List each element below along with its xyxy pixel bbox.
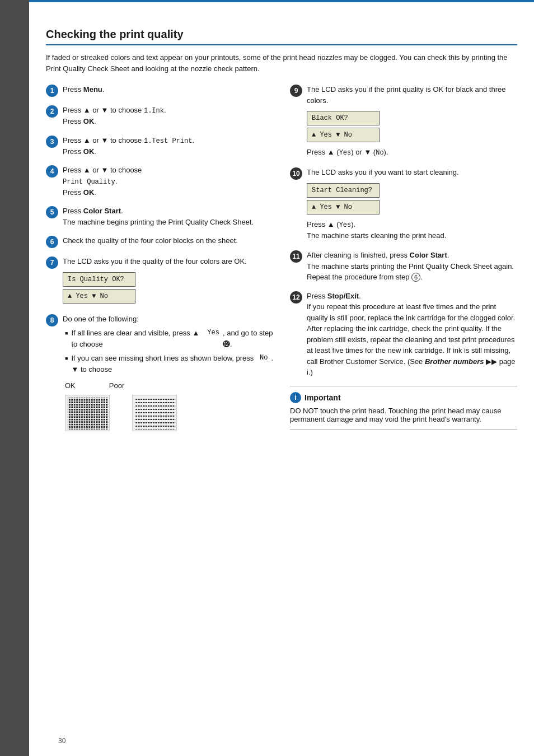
step-num-6: 6 xyxy=(46,236,58,248)
step-1-body: Press Menu. xyxy=(63,84,273,95)
page-layout: Checking the print quality If faded or s… xyxy=(46,28,517,439)
lcd-buttons-7: ▲ Yes ▼ No xyxy=(63,289,135,304)
step-num-12: 12 xyxy=(290,291,302,304)
press-line-9: Press ▲ (Yes) or ▼ (No). xyxy=(307,147,517,158)
step-6-body: Check the quality of the four color bloc… xyxy=(63,235,273,246)
step-num-3: 3 xyxy=(46,136,58,148)
step-7: 7 The LCD asks you if the quality of the… xyxy=(46,256,273,306)
svg-rect-1 xyxy=(68,398,108,430)
step-num-8: 8 xyxy=(46,314,58,326)
step-7-body: The LCD asks you if the quality of the f… xyxy=(63,256,273,306)
step-5: 5 Press Color Start. The machine begins … xyxy=(46,206,273,227)
step-num-7: 7 xyxy=(46,256,58,269)
main-content: Checking the print quality If faded or s… xyxy=(29,0,534,756)
left-sidebar xyxy=(0,0,29,756)
step-11: 11 After cleaning is finished, press Col… xyxy=(290,250,517,283)
intro-text: If faded or streaked colors and text app… xyxy=(46,52,517,74)
important-label: Important xyxy=(305,393,341,402)
right-column: 9 The LCD asks you if the print quality … xyxy=(290,84,517,439)
important-box: i Important DO NOT touch the print head.… xyxy=(290,386,517,430)
step-4-body: Press ▲ or ▼ to choose Print Quality. Pr… xyxy=(63,165,273,198)
step-num-1: 1 xyxy=(46,85,58,97)
left-column: 1 Press Menu. 2 Press ▲ or ▼ to choose 1… xyxy=(46,84,273,439)
step-num-4: 4 xyxy=(46,165,58,178)
step-8: 8 Do one of the following: If all lines … xyxy=(46,314,273,431)
step-3-body: Press ▲ or ▼ to choose 1.Test Print. Pre… xyxy=(63,135,273,157)
step-num-9: 9 xyxy=(290,85,302,97)
important-text: DO NOT touch the print head. Touching th… xyxy=(290,407,517,423)
step-1: 1 Press Menu. xyxy=(46,84,273,97)
step-12: 12 Press Stop/Exit. If you repeat this p… xyxy=(290,291,517,378)
lcd-screen-9: Black OK? xyxy=(307,111,380,125)
ok-pattern xyxy=(65,395,110,431)
step-11-body: After cleaning is finished, press Color … xyxy=(307,250,517,283)
ok-poor-section: OK Poor xyxy=(63,380,273,431)
step-6: 6 Check the quality of the four color bl… xyxy=(46,235,273,248)
step-9-body: The LCD asks you if the print quality is… xyxy=(307,84,517,159)
step-3: 3 Press ▲ or ▼ to choose 1.Test Print. P… xyxy=(46,135,273,157)
step-12-body: Press Stop/Exit. If you repeat this proc… xyxy=(307,291,517,378)
step-num-10: 10 xyxy=(290,167,302,180)
lcd-screen-7: Is Quality OK? xyxy=(63,272,135,287)
step-10-body: The LCD asks you if you want to start cl… xyxy=(307,167,517,242)
step-num-2: 2 xyxy=(46,105,58,118)
step-5-body: Press Color Start. The machine begins pr… xyxy=(63,206,273,227)
step-8-body: Do one of the following: If all lines ar… xyxy=(63,314,273,431)
step-10: 10 The LCD asks you if you want to start… xyxy=(290,167,517,242)
pattern-images xyxy=(65,395,273,431)
important-title: i Important xyxy=(290,392,517,403)
page-title: Checking the print quality xyxy=(46,28,517,45)
step-2-body: Press ▲ or ▼ to choose 1.Ink. Press OK. xyxy=(63,105,273,127)
ok-label: OK xyxy=(65,380,76,391)
step-2: 2 Press ▲ or ▼ to choose 1.Ink. Press OK… xyxy=(46,105,273,127)
poor-pattern xyxy=(132,395,177,431)
svg-rect-3 xyxy=(135,398,175,430)
poor-label: Poor xyxy=(109,380,124,391)
step-4: 4 Press ▲ or ▼ to choose Print Quality. … xyxy=(46,165,273,198)
step-1-menu: Menu xyxy=(83,85,102,94)
lcd-buttons-9: ▲ Yes ▼ No xyxy=(307,128,380,142)
step-8-bullets: If all lines are clear and visible, pres… xyxy=(65,328,273,375)
lcd-buttons-10: ▲ Yes ▼ No xyxy=(307,200,380,214)
press-line-10: Press ▲ (Yes). The machine starts cleani… xyxy=(307,219,517,241)
lcd-screen-10: Start Cleaning? xyxy=(307,183,380,198)
bullet-8-1: If all lines are clear and visible, pres… xyxy=(65,328,273,349)
step-num-5: 5 xyxy=(46,206,58,218)
ok-poor-labels: OK Poor xyxy=(65,380,273,391)
step-9: 9 The LCD asks you if the print quality … xyxy=(290,84,517,159)
important-icon: i xyxy=(290,392,301,403)
step-num-11: 11 xyxy=(290,250,302,263)
bullet-8-2: If you can see missing short lines as sh… xyxy=(65,353,273,375)
page-number: 30 xyxy=(58,737,65,745)
